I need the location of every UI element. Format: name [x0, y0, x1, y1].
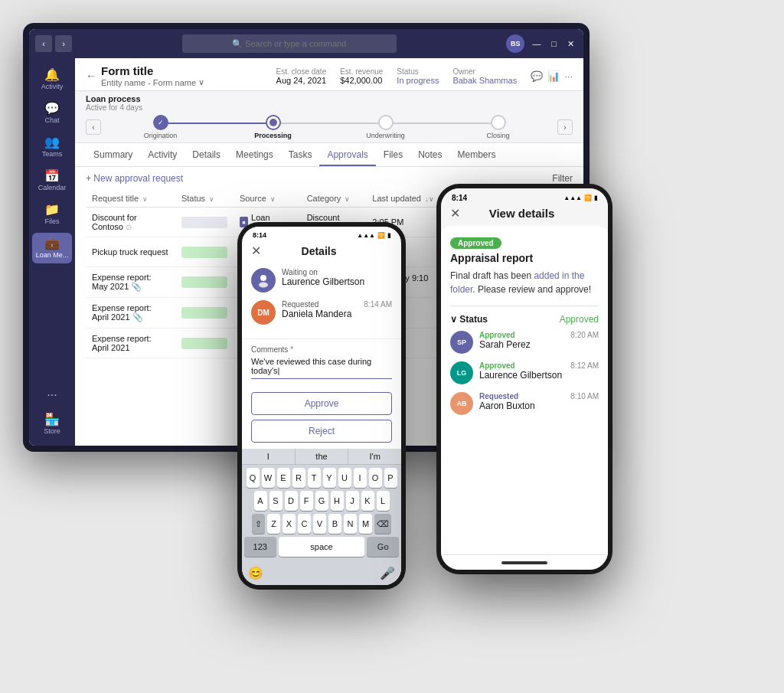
- col-source[interactable]: Source ∨: [234, 190, 301, 208]
- tab-tasks[interactable]: Tasks: [281, 143, 320, 166]
- key-s[interactable]: S: [270, 491, 283, 511]
- key-go[interactable]: Go: [367, 537, 399, 557]
- key-123[interactable]: 123: [244, 537, 276, 557]
- mic-icon[interactable]: 🎤: [380, 566, 395, 580]
- col-last-updated[interactable]: Last updated ↓∨: [366, 190, 443, 208]
- tab-details[interactable]: Details: [185, 143, 228, 166]
- suggestion-2[interactable]: the: [296, 449, 349, 464]
- close-window-button[interactable]: ✕: [564, 38, 577, 51]
- suggestion-3[interactable]: I'm: [348, 449, 401, 464]
- key-g[interactable]: G: [315, 491, 328, 511]
- key-c[interactable]: C: [298, 514, 311, 534]
- col-category[interactable]: Category ∨: [301, 190, 367, 208]
- step-circle-closing: [491, 115, 506, 130]
- key-e[interactable]: E: [277, 468, 290, 488]
- appraisal-desc: Final draft has been added in the folder…: [450, 269, 599, 296]
- key-t[interactable]: T: [308, 468, 321, 488]
- comments-section: Comments * We've reviewed this case duri…: [242, 339, 401, 386]
- col-request-title[interactable]: Request title ∨: [86, 190, 175, 208]
- close-date-label: Est. close date: [276, 67, 327, 76]
- key-h[interactable]: H: [331, 491, 344, 511]
- new-approval-request-button[interactable]: + New approval request: [86, 173, 183, 184]
- key-z[interactable]: Z: [267, 514, 280, 534]
- status-entry-3: AB Requested Aaron Buxton 8:10 AM: [450, 392, 599, 415]
- back-button[interactable]: ‹: [35, 35, 52, 52]
- key-x[interactable]: X: [283, 514, 296, 534]
- close-button[interactable]: ✕: [251, 245, 261, 257]
- process-title: Loan process: [86, 94, 142, 103]
- process-step-underwriting[interactable]: Underwriting: [329, 115, 442, 139]
- sidebar-item-label: Chat: [44, 116, 59, 124]
- sidebar-item-loan[interactable]: 💼 Loan Me...: [32, 233, 72, 263]
- close-button[interactable]: ✕: [450, 208, 460, 220]
- key-w[interactable]: W: [262, 468, 275, 488]
- tab-approvals[interactable]: Approvals: [319, 143, 375, 166]
- tab-notes[interactable]: Notes: [410, 143, 449, 166]
- record-subtitle[interactable]: Entity name - Form name ∨: [101, 77, 204, 87]
- sidebar-item-files[interactable]: 📁 Files: [32, 199, 72, 230]
- key-m[interactable]: M: [359, 514, 372, 534]
- key-q[interactable]: Q: [247, 468, 260, 488]
- tab-activity[interactable]: Activity: [140, 143, 185, 166]
- key-backspace[interactable]: ⌫: [374, 514, 391, 534]
- key-space[interactable]: space: [279, 537, 365, 557]
- sidebar-item-store[interactable]: 🏪 Store: [32, 409, 72, 440]
- key-k[interactable]: K: [361, 491, 374, 511]
- process-next-button[interactable]: ›: [557, 119, 573, 135]
- loan-icon: 💼: [44, 237, 60, 250]
- key-d[interactable]: D: [285, 491, 298, 511]
- maximize-button[interactable]: □: [548, 38, 560, 50]
- key-y[interactable]: Y: [323, 468, 336, 488]
- key-n[interactable]: N: [344, 514, 357, 534]
- entry-info-2: Approved Laurence Gilbertson: [479, 361, 564, 381]
- statusbar-icons: ▲▲▲ 🛜 ▮: [357, 232, 390, 239]
- tab-files[interactable]: Files: [376, 143, 410, 166]
- key-f[interactable]: F: [300, 491, 313, 511]
- col-status[interactable]: Status ∨: [175, 190, 234, 208]
- sidebar-item-chat[interactable]: 💬 Chat: [32, 98, 72, 129]
- sidebar-item-more[interactable]: ···: [32, 384, 72, 406]
- sort-icon: ∨: [345, 195, 350, 203]
- process-prev-button[interactable]: ‹: [86, 119, 101, 135]
- entry-avatar-2: LG: [450, 361, 473, 384]
- tab-members[interactable]: Members: [450, 143, 504, 166]
- key-b[interactable]: B: [328, 514, 341, 534]
- row-status: [181, 276, 227, 288]
- reject-button[interactable]: Reject: [251, 420, 392, 443]
- key-shift[interactable]: ⇧: [252, 514, 265, 534]
- process-step-closing[interactable]: Closing: [442, 115, 554, 139]
- tab-meetings[interactable]: Meetings: [228, 143, 281, 166]
- record-tabs: Summary Activity Details Meetings Tasks …: [75, 143, 583, 167]
- forward-button[interactable]: ›: [55, 35, 72, 52]
- search-input[interactable]: [182, 34, 397, 53]
- tab-summary[interactable]: Summary: [86, 143, 140, 166]
- sidebar-item-teams[interactable]: 👥 Teams: [32, 132, 72, 162]
- home-bar: [501, 561, 547, 564]
- wifi-icon: 🛜: [377, 232, 385, 239]
- key-l[interactable]: L: [377, 491, 390, 511]
- step-label-processing: Processing: [254, 132, 292, 139]
- key-r[interactable]: R: [292, 468, 305, 488]
- comment-icon[interactable]: 💬: [531, 70, 543, 82]
- process-step-origination[interactable]: ✓ Origination: [104, 115, 217, 139]
- key-i[interactable]: I: [354, 468, 367, 488]
- key-a[interactable]: A: [254, 491, 267, 511]
- sidebar-item-activity[interactable]: 🔔 Activity: [32, 64, 72, 95]
- approve-button[interactable]: Approve: [251, 392, 392, 415]
- key-u[interactable]: U: [338, 468, 351, 488]
- record-action-icons[interactable]: 💬 📊 ···: [531, 70, 573, 82]
- key-p[interactable]: P: [384, 468, 397, 488]
- chart-icon[interactable]: 📊: [547, 70, 560, 82]
- sidebar-item-calendar[interactable]: 📅 Calendar: [32, 165, 72, 196]
- key-row-4: 123 space Go: [244, 537, 399, 557]
- more-actions-icon[interactable]: ···: [564, 70, 573, 82]
- filter-button[interactable]: Filter: [552, 173, 573, 184]
- key-o[interactable]: O: [369, 468, 382, 488]
- key-v[interactable]: V: [313, 514, 326, 534]
- emoji-icon[interactable]: 😊: [248, 566, 263, 580]
- minimize-button[interactable]: —: [529, 38, 544, 50]
- key-j[interactable]: J: [346, 491, 359, 511]
- record-back-button[interactable]: ←: [86, 70, 96, 82]
- process-step-processing[interactable]: Processing: [217, 115, 329, 139]
- suggestion-1[interactable]: I: [242, 449, 296, 464]
